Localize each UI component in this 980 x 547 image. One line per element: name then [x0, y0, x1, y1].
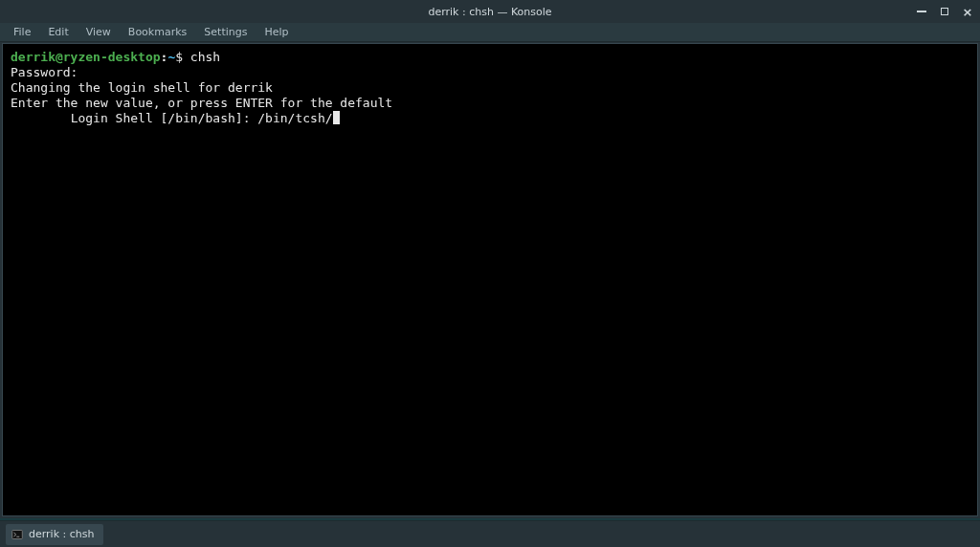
- terminal-icon: [11, 529, 23, 540]
- titlebar[interactable]: derrik : chsh — Konsole ×: [0, 0, 980, 23]
- terminal-line: Changing the login shell for derrik: [11, 80, 273, 95]
- taskbar-task-label: derrik : chsh: [29, 528, 94, 540]
- maximize-icon: [941, 8, 948, 15]
- svg-rect-0: [12, 530, 23, 538]
- maximize-button[interactable]: [938, 5, 951, 18]
- konsole-window: derrik : chsh — Konsole × File Edit View…: [0, 0, 980, 518]
- window-controls: ×: [915, 5, 974, 18]
- menu-file[interactable]: File: [6, 24, 38, 40]
- prompt-command: chsh: [190, 50, 220, 64]
- input-value: /bin/tcsh/: [257, 111, 332, 125]
- cursor-icon: [333, 111, 340, 124]
- menu-help[interactable]: Help: [256, 24, 296, 40]
- menu-edit[interactable]: Edit: [40, 24, 76, 40]
- terminal-line: Password:: [11, 65, 78, 79]
- menu-bookmarks[interactable]: Bookmarks: [121, 24, 194, 40]
- close-icon: ×: [963, 6, 973, 18]
- prompt-dollar: $: [175, 50, 183, 64]
- taskbar-task-konsole[interactable]: derrik : chsh: [6, 524, 103, 545]
- window-title: derrik : chsh — Konsole: [428, 6, 551, 18]
- menu-settings[interactable]: Settings: [196, 24, 255, 40]
- terminal[interactable]: derrik@ryzen-desktop:~$ chsh Password: C…: [5, 46, 975, 514]
- terminal-line: Enter the new value, or press ENTER for …: [11, 96, 392, 110]
- input-indent: [11, 111, 71, 125]
- taskbar: derrik : chsh: [0, 520, 980, 547]
- minimize-button[interactable]: [915, 5, 928, 18]
- prompt-userhost: derrik@ryzen-desktop: [11, 50, 161, 64]
- minimize-icon: [917, 11, 926, 12]
- terminal-frame: derrik@ryzen-desktop:~$ chsh Password: C…: [2, 43, 978, 516]
- input-label: Login Shell [/bin/bash]:: [71, 111, 258, 125]
- menu-view[interactable]: View: [78, 24, 119, 40]
- close-button[interactable]: ×: [961, 5, 974, 18]
- menubar: File Edit View Bookmarks Settings Help: [0, 23, 980, 42]
